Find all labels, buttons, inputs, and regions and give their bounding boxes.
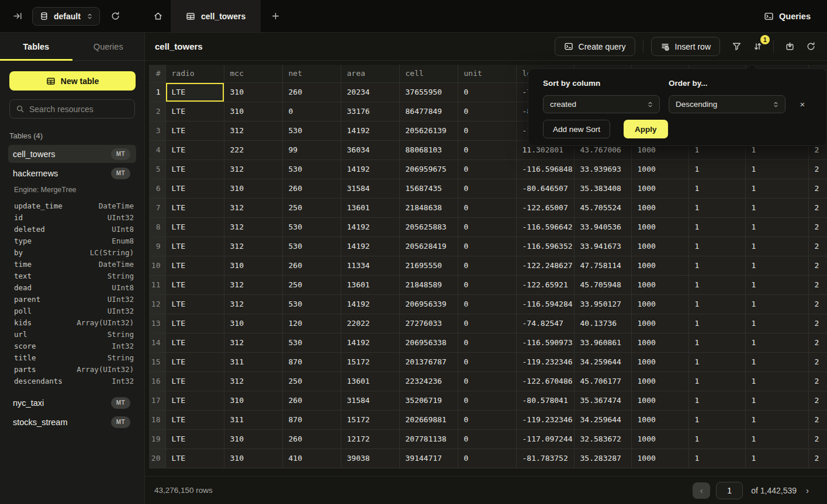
cell[interactable]: 311 <box>224 352 282 371</box>
cell[interactable]: 0 <box>458 82 516 102</box>
cell[interactable]: 34.259644 <box>574 410 631 429</box>
cell[interactable]: LTE <box>165 449 224 468</box>
cell[interactable]: 88068103 <box>399 140 458 159</box>
cell[interactable]: 0 <box>458 198 516 217</box>
cell[interactable]: 45.705948 <box>574 275 631 294</box>
column-header-unit[interactable]: unit <box>458 65 516 82</box>
cell[interactable]: 205628419 <box>399 237 458 256</box>
cell[interactable]: 15172 <box>341 410 399 429</box>
cell[interactable]: 1000 <box>631 333 688 352</box>
cell[interactable]: LTE <box>165 121 224 140</box>
cell[interactable]: 1 <box>688 449 745 468</box>
cell[interactable]: 202669881 <box>399 410 458 429</box>
cell[interactable]: 310 <box>224 179 282 198</box>
cell[interactable]: 1000 <box>631 449 688 468</box>
queries-button[interactable]: Queries <box>764 12 811 21</box>
cell[interactable]: 1 <box>745 333 808 352</box>
cell[interactable]: 260 <box>282 429 341 449</box>
cell[interactable]: LTE <box>165 159 224 179</box>
cell[interactable]: 21848638 <box>399 198 458 217</box>
cell[interactable]: 1 <box>688 391 745 410</box>
cell[interactable]: 0 <box>458 371 516 391</box>
sidebar-table-hackernews[interactable]: hackernewsMT <box>8 164 136 182</box>
cell[interactable]: 0 <box>458 314 516 333</box>
cell[interactable]: -80.646507 <box>516 179 574 198</box>
cell[interactable]: 14192 <box>341 159 399 179</box>
cell[interactable]: 1 <box>745 198 808 217</box>
cell[interactable]: 0 <box>458 159 516 179</box>
create-query-button[interactable]: Create query <box>555 37 635 56</box>
cell[interactable]: 206956339 <box>399 294 458 314</box>
cell[interactable]: -122.670486 <box>516 371 574 391</box>
cell[interactable]: 207781138 <box>399 429 458 449</box>
column-header-net[interactable]: net <box>282 65 341 82</box>
cell[interactable]: 33.939693 <box>574 159 631 179</box>
cell[interactable]: 2 <box>808 256 827 275</box>
cell[interactable]: 0 <box>458 140 516 159</box>
reload-database-icon[interactable] <box>110 11 120 21</box>
cell[interactable]: 205626139 <box>399 121 458 140</box>
cell[interactable]: 39144717 <box>399 449 458 468</box>
cell[interactable]: 35.367474 <box>574 391 631 410</box>
cell[interactable]: 1000 <box>631 391 688 410</box>
cell[interactable]: 12172 <box>341 429 399 449</box>
filter-icon[interactable] <box>728 39 745 55</box>
cell[interactable]: 34.259644 <box>574 352 631 371</box>
cell[interactable]: 0 <box>458 410 516 429</box>
cell[interactable]: 45.706177 <box>574 371 631 391</box>
cell[interactable]: 410 <box>282 449 341 468</box>
cell[interactable]: 1 <box>745 410 808 429</box>
cell[interactable]: 0 <box>458 102 516 121</box>
cell[interactable]: -117.097244 <box>516 429 574 449</box>
cell[interactable]: -122.65921 <box>516 275 574 294</box>
cell[interactable]: 1000 <box>631 198 688 217</box>
cell[interactable]: 0 <box>458 237 516 256</box>
cell[interactable]: 1 <box>745 391 808 410</box>
cell[interactable]: 1 <box>688 256 745 275</box>
cell[interactable]: 2 <box>808 159 827 179</box>
cell[interactable]: 1000 <box>631 275 688 294</box>
cell[interactable]: 1 <box>688 159 745 179</box>
column-header-mcc[interactable]: mcc <box>224 65 282 82</box>
cell[interactable]: 1 <box>745 275 808 294</box>
cell[interactable]: 310 <box>224 314 282 333</box>
sidebar-tab-queries[interactable]: Queries <box>72 33 145 60</box>
database-selector[interactable]: default <box>32 7 100 26</box>
cell[interactable]: 0 <box>458 179 516 198</box>
cell[interactable]: 1 <box>745 256 808 275</box>
cell[interactable]: 2 <box>808 410 827 429</box>
cell[interactable]: 22022 <box>341 314 399 333</box>
search-resources-box[interactable] <box>9 99 135 119</box>
cell[interactable]: 1 <box>688 275 745 294</box>
cell[interactable]: 870 <box>282 352 341 371</box>
cell[interactable]: -81.783752 <box>516 449 574 468</box>
cell[interactable]: 2 <box>808 217 827 237</box>
cell[interactable]: LTE <box>165 102 224 121</box>
cell[interactable]: 0 <box>282 102 341 121</box>
cell[interactable]: 120 <box>282 314 341 333</box>
cell[interactable]: 0 <box>458 449 516 468</box>
cell[interactable]: 1 <box>688 179 745 198</box>
cell[interactable]: 310 <box>224 82 282 102</box>
cell[interactable]: 0 <box>458 217 516 237</box>
search-resources-input[interactable] <box>29 105 135 114</box>
cell[interactable]: 222 <box>224 140 282 159</box>
cell[interactable]: 45.705524 <box>574 198 631 217</box>
cell[interactable]: -116.594284 <box>516 294 574 314</box>
cell[interactable]: -122.65007 <box>516 198 574 217</box>
cell[interactable]: 2 <box>808 429 827 449</box>
cell[interactable]: 33.950127 <box>574 294 631 314</box>
cell[interactable]: 530 <box>282 237 341 256</box>
cell[interactable]: 1 <box>745 294 808 314</box>
cell[interactable]: LTE <box>165 391 224 410</box>
cell[interactable]: 1000 <box>631 294 688 314</box>
cell[interactable]: 1 <box>688 314 745 333</box>
download-icon[interactable] <box>781 39 798 55</box>
cell[interactable]: LTE <box>165 198 224 217</box>
insert-row-button[interactable]: Insert row <box>651 37 720 56</box>
cell[interactable]: 33.941673 <box>574 237 631 256</box>
cell[interactable]: 27276033 <box>399 314 458 333</box>
cell[interactable]: -119.232346 <box>516 410 574 429</box>
cell[interactable]: -116.596642 <box>516 217 574 237</box>
cell[interactable]: 1000 <box>631 371 688 391</box>
